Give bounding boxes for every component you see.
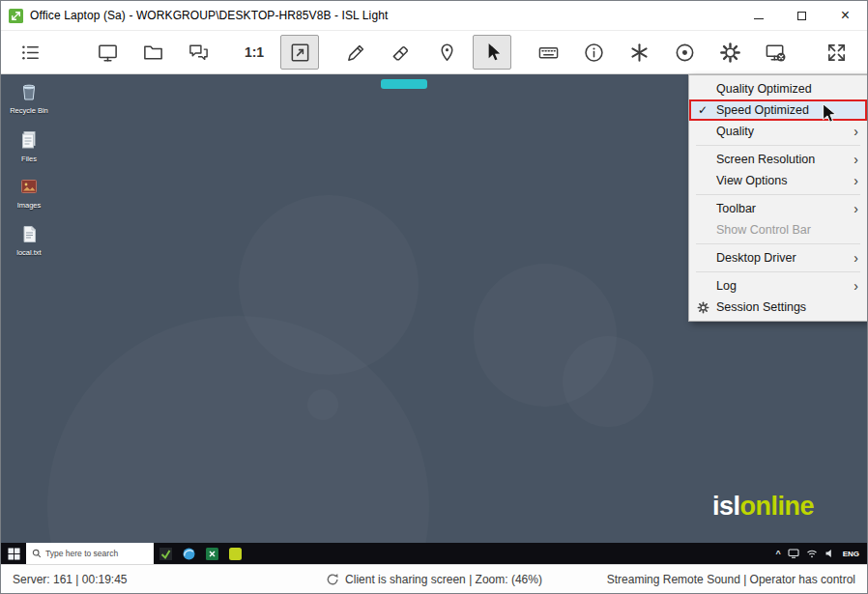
submenu-arrow-icon: ›	[854, 125, 867, 138]
desktop-button[interactable]	[88, 35, 127, 70]
laser-pointer-button[interactable]	[427, 35, 466, 70]
text-file-icon	[22, 225, 37, 247]
taskbar-search-placeholder: Type here to search	[45, 549, 118, 558]
session-info-button[interactable]	[574, 35, 613, 70]
window-controls: ×	[737, 1, 867, 30]
settings-button[interactable]	[710, 35, 749, 70]
file-transfer-button[interactable]	[133, 35, 172, 70]
menu-item-view-options[interactable]: View Options ›	[689, 170, 867, 191]
menu-item-quality[interactable]: Quality ›	[689, 121, 867, 142]
windows-logo-icon	[8, 548, 20, 560]
isl-session-tab[interactable]	[381, 79, 427, 89]
menu-separator	[696, 194, 860, 195]
tray-language[interactable]: ENG	[843, 550, 859, 558]
taskbar-app-4[interactable]	[223, 543, 246, 564]
cursor-icon	[481, 42, 504, 64]
tools-button[interactable]	[620, 35, 658, 70]
submenu-arrow-icon: ›	[854, 202, 867, 215]
status-bar: Server: 161 | 00:19:45 Client is sharing…	[1, 564, 867, 593]
toolbar: 1:1	[1, 31, 867, 74]
desktop-icon-label: Images	[17, 202, 42, 211]
menu-item-toolbar[interactable]: Toolbar ›	[689, 198, 867, 219]
status-sharing-info: Client is sharing screen | Zoom: (46%)	[326, 573, 542, 586]
check-icon: ✓	[689, 103, 716, 117]
titlebar: Office Laptop (Sa) - WORKGROUP\DESKTOP-H…	[1, 1, 867, 31]
menu-item-log[interactable]: Log ›	[689, 275, 867, 297]
status-server-info: Server: 161 | 00:19:45	[1, 573, 128, 586]
pointer-button[interactable]	[473, 35, 511, 70]
info-icon	[583, 42, 605, 64]
menu-item-session-settings[interactable]: Session Settings	[689, 297, 867, 318]
desktop-icon-recycle-bin[interactable]: Recycle Bin	[7, 82, 51, 116]
search-icon	[32, 549, 42, 558]
fit-to-screen-button[interactable]	[280, 35, 319, 70]
close-icon: ×	[841, 8, 850, 23]
wallpaper-circle	[307, 389, 338, 420]
fit-to-screen-icon	[289, 42, 311, 64]
sync-icon	[326, 573, 339, 586]
pen-icon	[345, 42, 367, 64]
desktop-icon-label: local.txt	[16, 249, 41, 258]
menu-item-desktop-driver[interactable]: Desktop Driver ›	[689, 247, 867, 269]
window-title: Office Laptop (Sa) - WORKGROUP\DESKTOP-H…	[30, 9, 388, 22]
desktop-icon-label: Recycle Bin	[10, 107, 48, 116]
tray-volume-icon[interactable]	[825, 548, 836, 559]
islonline-logo: islonline	[712, 492, 814, 522]
logo-isl: isl	[712, 492, 740, 521]
maximize-icon	[797, 12, 806, 20]
mouse-cursor-icon	[822, 103, 838, 125]
submenu-arrow-icon: ›	[854, 251, 867, 265]
one-to-one-button[interactable]: 1:1	[235, 35, 274, 70]
maximize-button[interactable]	[780, 1, 824, 30]
menu-separator	[696, 271, 860, 272]
desktop-icon-label: Files	[21, 156, 37, 164]
spreadsheet-icon	[206, 548, 218, 560]
wallpaper-circle	[239, 195, 419, 375]
draw-button[interactable]	[336, 35, 375, 70]
desktop-icon-list: Recycle Bin Files Images local.txt	[7, 82, 51, 258]
start-button[interactable]	[1, 543, 26, 564]
taskbar-app-3[interactable]	[200, 543, 223, 564]
submenu-arrow-icon: ›	[854, 279, 867, 293]
taskbar-app-1[interactable]	[154, 543, 177, 564]
minimize-icon	[754, 18, 764, 19]
view-settings-menu: Quality Optimized ✓ Speed Optimized Qual…	[688, 74, 868, 322]
menu-item-speed-optimized[interactable]: ✓ Speed Optimized	[689, 99, 867, 121]
status-sharing-text: Client is sharing screen | Zoom: (46%)	[345, 573, 542, 586]
fullscreen-icon	[825, 42, 848, 64]
chat-button[interactable]	[179, 35, 217, 70]
submenu-arrow-icon: ›	[854, 153, 867, 166]
monitor-close-icon	[765, 42, 787, 64]
desktop-icon-files[interactable]: Files	[7, 130, 51, 164]
gear-icon	[719, 42, 741, 64]
fullscreen-button[interactable]	[817, 35, 855, 70]
keyboard-icon	[537, 42, 560, 64]
desktop-icon-images[interactable]: Images	[7, 178, 51, 211]
system-tray: ^ ENG	[775, 548, 867, 559]
end-desktop-button[interactable]	[756, 35, 795, 70]
menu-item-quality-optimized[interactable]: Quality Optimized	[689, 78, 867, 99]
desktop-icon-local-txt[interactable]: local.txt	[7, 225, 51, 258]
session-list-button[interactable]	[11, 35, 49, 70]
monitor-icon	[97, 42, 119, 64]
taskbar-search[interactable]: Type here to search	[26, 543, 154, 564]
tray-chevron-icon[interactable]: ^	[775, 549, 780, 558]
remote-taskbar: Type here to search ^ ENG	[1, 543, 867, 564]
recycle-bin-icon	[20, 82, 38, 105]
menu-separator	[696, 145, 860, 146]
close-button[interactable]: ×	[824, 1, 867, 30]
eraser-button[interactable]	[382, 35, 420, 70]
recording-button[interactable]	[665, 35, 704, 70]
menu-separator	[696, 243, 860, 244]
isl-app-icon	[9, 9, 23, 23]
gear-icon	[697, 301, 709, 314]
folder-icon	[142, 42, 164, 64]
tray-display-icon[interactable]	[788, 548, 799, 559]
keyboard-button[interactable]	[529, 35, 567, 70]
menu-item-screen-resolution[interactable]: Screen Resolution ›	[689, 149, 867, 170]
files-icon	[21, 130, 38, 154]
tray-network-icon[interactable]	[806, 548, 818, 559]
isl-light-window: Office Laptop (Sa) - WORKGROUP\DESKTOP-H…	[0, 0, 868, 594]
taskbar-app-2[interactable]	[177, 543, 200, 564]
minimize-button[interactable]	[737, 1, 780, 30]
